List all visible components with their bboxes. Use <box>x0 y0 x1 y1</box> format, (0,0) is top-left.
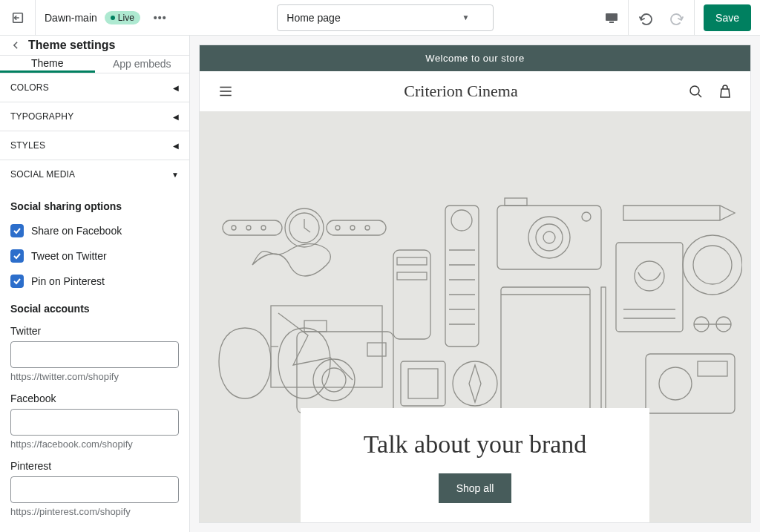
hamburger-icon <box>217 83 234 99</box>
search-icon <box>688 84 703 99</box>
share-facebook-checkbox[interactable]: Share on Facebook <box>10 224 179 237</box>
pin-pinterest-checkbox[interactable]: Pin on Pinterest <box>10 275 179 288</box>
svg-point-10 <box>261 226 266 230</box>
undo-button[interactable] <box>629 0 661 36</box>
search-button[interactable] <box>688 84 703 99</box>
twitter-input[interactable] <box>10 341 179 368</box>
section-social-media[interactable]: SOCIAL MEDIA ▼ <box>0 160 189 188</box>
twitter-label: Twitter <box>10 325 179 337</box>
svg-rect-1 <box>606 13 618 21</box>
pinterest-label: Pinterest <box>10 460 179 472</box>
svg-point-3 <box>690 86 699 95</box>
svg-point-21 <box>536 224 563 251</box>
svg-rect-42 <box>271 306 382 387</box>
twitter-hint: https://twitter.com/shopify <box>10 371 179 382</box>
svg-rect-19 <box>497 206 601 269</box>
redo-icon <box>670 10 685 25</box>
check-icon <box>13 277 22 286</box>
svg-point-8 <box>232 226 236 230</box>
undo-icon <box>638 10 652 25</box>
exit-editor-button[interactable] <box>0 0 36 36</box>
pinterest-hint: https://pinterest.com/shopify <box>10 506 179 517</box>
preview-pane: Welcome to our store Criterion Cinema <box>190 36 760 532</box>
caret-down-icon: ▼ <box>171 171 179 179</box>
top-bar: Dawn-main Live ••• Home page ▼ Save <box>0 0 760 36</box>
svg-rect-2 <box>609 22 614 23</box>
tab-theme[interactable]: Theme <box>0 56 95 73</box>
svg-point-38 <box>313 359 355 401</box>
svg-rect-33 <box>698 361 727 376</box>
svg-point-22 <box>543 231 555 243</box>
svg-rect-17 <box>445 206 479 347</box>
chevron-down-icon: ▼ <box>462 13 469 22</box>
facebook-hint: https://facebook.com/shopify <box>10 439 179 450</box>
pinterest-input[interactable] <box>10 476 179 503</box>
more-actions-button[interactable]: ••• <box>154 12 167 24</box>
back-button[interactable] <box>10 40 21 50</box>
hero-card: Talk about your brand Shop all <box>301 408 649 522</box>
facebook-input[interactable] <box>10 409 179 436</box>
page-selector[interactable]: Home page ▼ <box>277 4 494 31</box>
menu-button[interactable] <box>217 83 234 99</box>
svg-point-32 <box>659 367 692 400</box>
chevron-left-icon <box>10 40 21 50</box>
viewport-desktop-button[interactable] <box>595 0 628 36</box>
facebook-label: Facebook <box>10 393 179 404</box>
announcement-bar: Welcome to our store <box>200 45 750 71</box>
hero-heading: Talk about your brand <box>345 430 605 459</box>
social-sharing-heading: Social sharing options <box>10 200 179 212</box>
caret-left-icon: ◀ <box>173 142 179 150</box>
save-button[interactable]: Save <box>704 4 751 31</box>
section-typography[interactable]: TYPOGRAPHY ◀ <box>0 102 189 131</box>
svg-point-26 <box>635 261 664 291</box>
svg-rect-16 <box>397 272 427 280</box>
svg-point-12 <box>350 226 355 230</box>
status-badge: Live <box>105 11 140 24</box>
sidebar-title: Theme settings <box>28 39 115 52</box>
svg-rect-43 <box>401 361 445 406</box>
exit-icon <box>11 11 24 24</box>
tab-app-embeds[interactable]: App embeds <box>95 56 190 73</box>
desktop-icon <box>604 10 619 25</box>
caret-left-icon: ◀ <box>173 84 179 92</box>
svg-point-13 <box>365 226 370 230</box>
svg-point-11 <box>335 226 340 230</box>
check-icon <box>13 252 22 260</box>
svg-point-20 <box>528 217 570 258</box>
svg-point-27 <box>683 235 742 295</box>
hero-section: Talk about your brand Shop all <box>200 111 750 522</box>
section-styles[interactable]: STYLES ◀ <box>0 131 189 160</box>
bag-icon <box>718 84 733 99</box>
svg-point-39 <box>322 368 346 392</box>
tweet-twitter-checkbox[interactable]: Tweet on Twitter <box>10 249 179 263</box>
caret-left-icon: ◀ <box>173 113 179 121</box>
check-icon <box>13 226 22 235</box>
shop-all-button[interactable]: Shop all <box>439 473 512 503</box>
cart-button[interactable] <box>718 84 733 99</box>
svg-rect-34 <box>501 287 590 421</box>
section-colors[interactable]: COLORS ◀ <box>0 73 189 102</box>
svg-rect-14 <box>393 250 430 339</box>
redo-button[interactable] <box>661 0 694 36</box>
svg-rect-35 <box>601 287 606 421</box>
svg-point-9 <box>246 226 251 230</box>
social-accounts-heading: Social accounts <box>10 303 179 315</box>
svg-rect-23 <box>505 198 527 206</box>
theme-info: Dawn-main Live ••• <box>36 11 176 24</box>
svg-point-18 <box>451 210 472 231</box>
settings-sidebar: Theme settings Theme App embeds COLORS ◀… <box>0 36 190 532</box>
svg-rect-44 <box>408 369 438 398</box>
store-header: Criterion Cinema <box>200 71 750 111</box>
svg-point-36 <box>453 361 497 406</box>
svg-point-28 <box>693 246 732 284</box>
theme-name: Dawn-main <box>45 12 97 24</box>
svg-rect-15 <box>397 257 427 265</box>
store-name: Criterion Cinema <box>234 82 688 101</box>
svg-point-24 <box>582 212 591 221</box>
preview-frame: Welcome to our store Criterion Cinema <box>199 45 751 523</box>
svg-rect-41 <box>367 343 386 356</box>
